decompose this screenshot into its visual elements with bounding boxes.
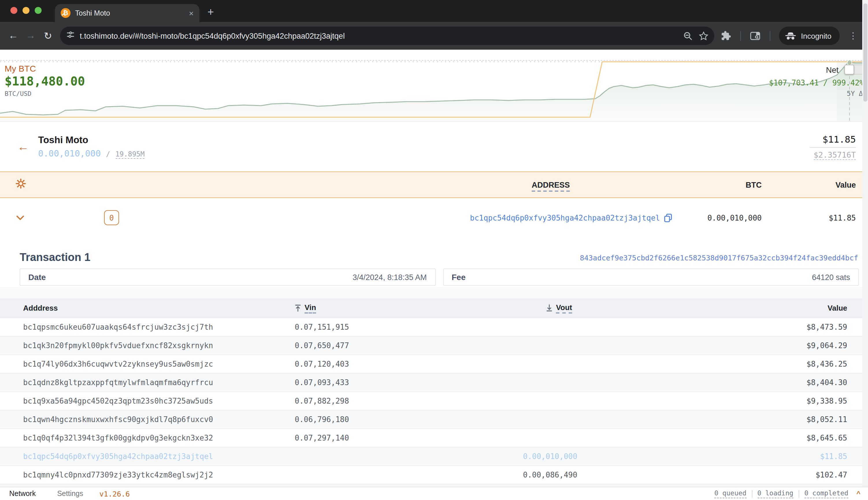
wallet-usd-value: $11.85 [810, 134, 856, 145]
minimize-window-button[interactable] [23, 7, 30, 14]
row-value: $9,064.29 [572, 341, 847, 350]
reload-icon[interactable]: ↻ [41, 30, 55, 42]
io-table-row[interactable]: bc1q74ly06dx3h6cuqwvtv2zyknsey9us5aw0smj… [0, 354, 868, 373]
row-value: $8,436.25 [572, 360, 847, 368]
net-label: Net [826, 65, 838, 74]
browser-menu-icon[interactable]: ⋮ [849, 31, 858, 41]
row-address[interactable]: bc1q9xa56a94gpc4502qz3qptm23s0hc3725aw5u… [23, 397, 295, 405]
row-address[interactable]: bc1qpsmc6ukeu607uaakqs64sfrcjuw3zc3sjcj7… [23, 323, 295, 331]
row-vin: 0.07,297,140 [295, 434, 523, 442]
scrollbar-thumb[interactable] [863, 3, 867, 102]
row-value: $8,404.30 [572, 378, 847, 387]
transaction-hash-link[interactable]: 843adcef9e375cbd2f6266e1c582538d9017f675… [580, 253, 858, 262]
io-table-row[interactable]: bc1qpsmc6ukeu607uaakqs64sfrcjuw3zc3sjcj7… [0, 318, 868, 336]
io-table-row[interactable]: bc1qdnz8kgltpzaxppfqtmylwfmlaqmfma6qyrfr… [0, 373, 868, 391]
io-column-vout[interactable]: Vout [523, 303, 572, 313]
transaction-header: Transaction 1 843adcef9e375cbd2f6266e1c5… [0, 237, 868, 267]
row-address[interactable]: bc1qpc54dq6p0xfvy305hga42chpaa02tzj3ajtq… [23, 452, 295, 461]
row-address[interactable]: bc1qk3n20fpmykl00pkfv5vduefxncf82xsgkrny… [23, 341, 295, 350]
io-table-row[interactable]: bc1qpc54dq6p0xfvy305hga42chpaa02tzj3ajtq… [0, 447, 868, 465]
io-column-vin[interactable]: Vin [295, 303, 523, 313]
close-window-button[interactable] [10, 7, 17, 14]
row-vin: 0.06,796,180 [295, 415, 523, 424]
row-address[interactable]: bc1qdnz8kgltpzaxppfqtmylwfmlaqmfma6qyrfr… [23, 378, 295, 387]
row-value: $11.85 [572, 452, 847, 461]
fee-label: Fee [452, 273, 466, 282]
row-vin: 0.07,650,477 [295, 341, 523, 350]
zoom-out-icon[interactable] [683, 31, 693, 41]
utxo-row: 0 bc1qpc54dq6p0xfvy305hga42chpaa02tzj3aj… [0, 198, 868, 237]
status-divider [799, 490, 799, 497]
io-table-row[interactable]: bc1qwn4hgcznskmuxwxhfsc90gxjkdl7q8p6fuxc… [0, 410, 868, 429]
row-vin: 0.07,093,433 [295, 378, 523, 387]
row-address[interactable]: bc1qmny4lc0pnxd77309zje33ytkc4zm8eglswj2… [23, 470, 295, 479]
my-btc-label: My BTC [4, 64, 85, 73]
price-chart[interactable]: My BTC $118,480.00 BTC/USD Net $107,703.… [0, 60, 868, 122]
back-arrow-icon[interactable]: ← [17, 140, 38, 153]
utxo-index-badge[interactable]: 0 [104, 210, 119, 225]
address-bar[interactable]: t.toshimoto.dev/#/toshi-moto/bc1qpc54dq6… [60, 26, 714, 45]
new-tab-button[interactable]: + [208, 6, 214, 19]
incognito-badge[interactable]: Incognito [779, 26, 840, 45]
chevron-down-icon[interactable] [16, 213, 25, 223]
balance-overlay: My BTC $118,480.00 BTC/USD [4, 64, 85, 98]
collapse-caret-icon[interactable]: ^ [856, 490, 860, 498]
column-btc[interactable]: BTC [672, 180, 762, 189]
io-table-row[interactable]: bc1q9xa56a94gpc4502qz3qptm23s0hc3725aw5u… [0, 391, 868, 410]
completed-counter[interactable]: 0 completed [804, 489, 848, 498]
row-value: $102.47 [572, 470, 847, 479]
browser-window: ₿ Toshi Moto × + ← → ↻ t.toshimoto.dev/#… [0, 0, 868, 500]
net-toggle[interactable] [844, 65, 864, 75]
io-table-row[interactable]: bc1qmny4lc0pnxd77309zje33ytkc4zm8eglswj2… [0, 465, 868, 484]
forward-icon[interactable]: → [23, 30, 38, 42]
copy-icon[interactable] [664, 213, 672, 222]
extensions-icon[interactable] [721, 31, 731, 41]
column-address[interactable]: ADDRESS [532, 180, 570, 191]
row-address[interactable]: bc1q0qf4p32l394t3gfk00ggkdpv0g3ekgckn3xe… [23, 434, 295, 442]
date-card: Date 3/4/2024, 8:18:35 AM [20, 269, 435, 286]
queued-counter[interactable]: 0 queued [714, 489, 746, 498]
utxo-address-text[interactable]: bc1qpc54dq6p0xfvy305hga42chpaa02tzj3ajtq… [470, 213, 660, 222]
tab-close-icon[interactable]: × [189, 9, 193, 17]
row-value: $9,338.95 [572, 397, 847, 405]
status-version[interactable]: v1.26.6 [99, 489, 130, 498]
row-address[interactable]: bc1q74ly06dx3h6cuqwvtv2zyknsey9us5aw0smj… [23, 360, 295, 368]
bookmark-star-icon[interactable] [699, 31, 709, 41]
transaction-meta: Date 3/4/2024, 8:18:35 AM Fee 64120 sats [20, 269, 859, 286]
utxo-btc: 0.00,010,000 [672, 213, 762, 222]
range-delta-label: 5Y Δ [769, 90, 864, 98]
utxo-address-link[interactable]: bc1qpc54dq6p0xfvy305hga42chpaa02tzj3ajtq… [470, 213, 672, 222]
wallet-title: Toshi Moto [38, 135, 145, 146]
row-vout: 0.00,010,000 [523, 452, 572, 461]
io-table-row[interactable]: bc1qk3n20fpmykl00pkfv5vduefxncf82xsgkrny… [0, 336, 868, 354]
net-toggle-knob [844, 65, 854, 75]
btc-supply[interactable]: 19.895M [115, 150, 144, 159]
side-panel-search-icon[interactable] [750, 32, 760, 40]
loading-counter[interactable]: 0 loading [757, 489, 793, 498]
browser-tab[interactable]: ₿ Toshi Moto × [55, 4, 199, 22]
page-scrollbar[interactable] [862, 0, 868, 487]
value-divider [810, 147, 856, 148]
status-network-link[interactable]: Network [9, 490, 36, 498]
net-overlay: Net $107,703.41 / 999.42% 5Y Δ [769, 65, 864, 98]
incognito-label: Incognito [801, 32, 832, 40]
url-text[interactable]: t.toshimoto.dev/#/toshi-moto/bc1qpc54dq6… [80, 32, 677, 40]
window-controls [10, 7, 42, 14]
maximize-window-button[interactable] [35, 7, 42, 14]
row-address[interactable]: bc1qwn4hgcznskmuxwxhfsc90gxjkdl7q8p6fuxc… [23, 415, 295, 424]
site-info-icon[interactable] [66, 30, 75, 42]
io-table-row[interactable]: bc1q0qf4p32l394t3gfk00ggkdpv0g3ekgckn3xe… [0, 429, 868, 447]
back-icon[interactable]: ← [6, 30, 21, 42]
bitcoin-chart-favicon-icon: ₿ [61, 8, 70, 18]
market-cap[interactable]: $2.35716T [814, 150, 856, 160]
settings-gear-icon[interactable] [15, 179, 26, 191]
row-value: $8,645.65 [572, 434, 847, 442]
fee-value: 64120 sats [812, 273, 850, 282]
vout-label[interactable]: Vout [556, 303, 572, 313]
status-settings-link[interactable]: Settings [57, 490, 83, 498]
column-value[interactable]: Value [762, 180, 856, 189]
vin-label[interactable]: Vin [304, 303, 316, 313]
row-vout: 0.00,086,490 [523, 470, 572, 479]
io-column-value: Value [572, 304, 847, 312]
table-spacer [0, 287, 868, 298]
